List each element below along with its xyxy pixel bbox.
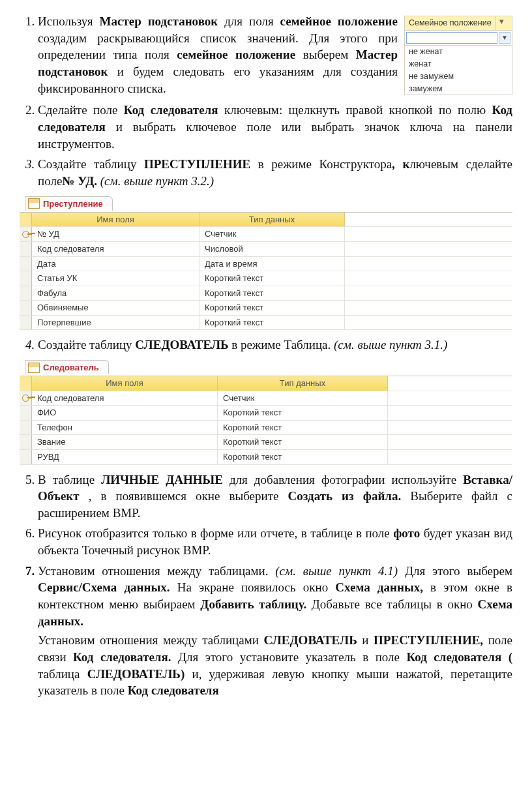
text: и выбрать ключевое поле или выбрать знач… bbox=[38, 120, 512, 151]
field-name-cell[interactable]: Телефон bbox=[32, 421, 218, 435]
table-tab[interactable]: Преступление bbox=[25, 196, 113, 211]
field-name-cell[interactable]: ФИО bbox=[32, 406, 218, 420]
col-header-field: Имя поля bbox=[32, 376, 218, 391]
table-row[interactable]: ДатаДата и время bbox=[20, 257, 512, 272]
table-row[interactable]: Статья УККороткий текст bbox=[20, 271, 512, 286]
table-row[interactable]: ЗваниеКороткий текст bbox=[20, 435, 512, 450]
text: фото bbox=[393, 526, 420, 540]
text: для поля bbox=[224, 14, 280, 28]
row-selector[interactable] bbox=[20, 406, 32, 420]
text: (см. выше пункт 4.1) bbox=[275, 564, 398, 578]
marital-status-dropdown: Семейное положение ▾ ▼ не женат женат не… bbox=[404, 16, 512, 95]
field-name-cell[interactable]: РУВД bbox=[32, 450, 218, 464]
text: Добавить таблицу. bbox=[200, 597, 306, 611]
table-row[interactable]: Код следователяСчетчик bbox=[20, 391, 512, 406]
field-type-cell[interactable]: Числовой bbox=[200, 242, 345, 256]
field-name-cell[interactable]: Дата bbox=[32, 257, 200, 271]
table-row[interactable]: № УДСчетчик bbox=[20, 227, 512, 242]
text: Создайте таблицу bbox=[38, 338, 135, 351]
dropdown-option[interactable]: не замужем bbox=[405, 70, 512, 83]
sort-arrow-icon[interactable]: ▾ bbox=[496, 16, 507, 30]
list-item: В таблице ЛИЧНЫЕ ДАННЫЕ для добавления ф… bbox=[38, 471, 512, 522]
dropdown-toggle-button[interactable]: ▼ bbox=[499, 32, 510, 44]
field-type-cell[interactable]: Счетчик bbox=[200, 227, 345, 241]
text: семейное положение bbox=[280, 14, 398, 28]
text: СЛЕДОВАТЕЛЬ bbox=[135, 338, 228, 351]
row-selector[interactable] bbox=[20, 227, 32, 241]
table-design-prestuplenie: Преступление Имя поляТип данных№ УДСчетч… bbox=[20, 196, 512, 331]
field-type-cell[interactable]: Короткий текст bbox=[218, 450, 388, 464]
text: Мастер подстановок bbox=[100, 14, 218, 28]
row-selector[interactable] bbox=[20, 257, 32, 271]
col-header-type: Тип данных bbox=[200, 213, 345, 227]
text: выберем bbox=[303, 48, 356, 61]
dropdown-option[interactable]: женат bbox=[405, 58, 512, 70]
field-name-cell[interactable]: Звание bbox=[32, 435, 218, 449]
row-selector[interactable] bbox=[20, 421, 32, 435]
row-selector[interactable] bbox=[20, 450, 32, 464]
dropdown-option[interactable]: замужем bbox=[405, 83, 512, 95]
field-type-cell[interactable]: Короткий текст bbox=[200, 301, 345, 315]
text: СЛЕДОВАТЕЛЬ bbox=[263, 633, 357, 647]
field-type-cell[interactable]: Короткий текст bbox=[218, 406, 388, 420]
row-selector[interactable] bbox=[20, 301, 32, 315]
field-name-cell[interactable]: Статья УК bbox=[32, 271, 200, 286]
table-row[interactable]: ОбвиняемыеКороткий текст bbox=[20, 301, 512, 316]
page: Семейное положение ▾ ▼ не женат женат не… bbox=[0, 0, 532, 729]
list-item: Создайте таблицу СЛЕДОВАТЕЛЬ в режиме Та… bbox=[38, 336, 512, 464]
table-header-row: Имя поляТип данных bbox=[20, 376, 512, 391]
table-row[interactable]: ТелефонКороткий текст bbox=[20, 421, 512, 436]
field-type-cell[interactable]: Короткий текст bbox=[218, 435, 388, 449]
text: В таблице bbox=[38, 473, 101, 486]
text: Добавьте все таблицы в окно bbox=[312, 597, 478, 611]
table-header-row: Имя поляТип данных bbox=[20, 213, 512, 228]
table-row[interactable]: ФабулаКороткий текст bbox=[20, 286, 512, 301]
dropdown-input[interactable] bbox=[406, 32, 497, 44]
text: Установим отношения между таблицами bbox=[38, 633, 263, 647]
table-tab[interactable]: Следователь bbox=[25, 360, 109, 375]
dropdown-option[interactable]: не женат bbox=[405, 46, 512, 58]
row-selector[interactable] bbox=[20, 435, 32, 449]
text: ЛИЧНЫЕ ДАННЫЕ bbox=[101, 473, 223, 486]
field-type-cell[interactable]: Короткий текст bbox=[218, 421, 388, 435]
table-name: Преступление bbox=[43, 198, 103, 210]
text: таблица bbox=[38, 667, 87, 681]
text: Схема данных, bbox=[335, 580, 423, 594]
row-selector bbox=[20, 213, 32, 227]
text: , в появившемся окне выберите bbox=[89, 489, 288, 503]
text: семейное положение bbox=[177, 48, 295, 61]
text: Код следователя bbox=[128, 683, 219, 697]
text: в режиме Таблица. bbox=[231, 338, 334, 351]
field-name-cell[interactable]: Обвиняемые bbox=[32, 301, 200, 315]
table-row[interactable]: Код следователяЧисловой bbox=[20, 242, 512, 257]
row-selector[interactable] bbox=[20, 242, 32, 256]
row-selector[interactable] bbox=[20, 286, 32, 301]
field-name-cell[interactable]: Код следователя bbox=[32, 391, 218, 406]
row-selector[interactable] bbox=[20, 316, 32, 330]
table-row[interactable]: ФИОКороткий текст bbox=[20, 406, 512, 421]
field-name-cell[interactable]: Фабула bbox=[32, 286, 200, 301]
table-row[interactable]: РУВДКороткий текст bbox=[20, 450, 512, 465]
text: (см. выше пункт 3.2.) bbox=[100, 174, 214, 188]
table-name: Следователь bbox=[43, 362, 99, 374]
field-name-cell[interactable]: № УД bbox=[32, 227, 200, 241]
text: Установим отношения между таблицами. bbox=[38, 564, 275, 578]
field-type-cell[interactable]: Короткий текст bbox=[200, 271, 345, 286]
text: Создать из файла. bbox=[288, 489, 402, 503]
field-type-cell[interactable]: Короткий текст bbox=[200, 316, 345, 330]
row-selector[interactable] bbox=[20, 391, 32, 406]
paragraph: Установим отношения между таблицами СЛЕД… bbox=[38, 632, 512, 699]
text: Код следователя bbox=[124, 103, 218, 117]
text: ключевым: щелкнуть правой кнопкой по пол… bbox=[224, 103, 492, 117]
field-type-cell[interactable]: Дата и время bbox=[200, 257, 345, 271]
text: и bbox=[362, 633, 374, 647]
row-selector[interactable] bbox=[20, 271, 32, 286]
field-type-cell[interactable]: Счетчик bbox=[218, 391, 388, 406]
table-row[interactable]: ПотерпевшиеКороткий текст bbox=[20, 316, 512, 331]
field-name-cell[interactable]: Потерпевшие bbox=[32, 316, 200, 330]
field-name-cell[interactable]: Код следователя bbox=[32, 242, 200, 256]
text: Для этого выберем bbox=[405, 564, 512, 578]
instruction-list: Используя Мастер подстановок для поля се… bbox=[20, 13, 512, 699]
primary-key-icon bbox=[22, 231, 29, 238]
field-type-cell[interactable]: Короткий текст bbox=[200, 286, 345, 301]
